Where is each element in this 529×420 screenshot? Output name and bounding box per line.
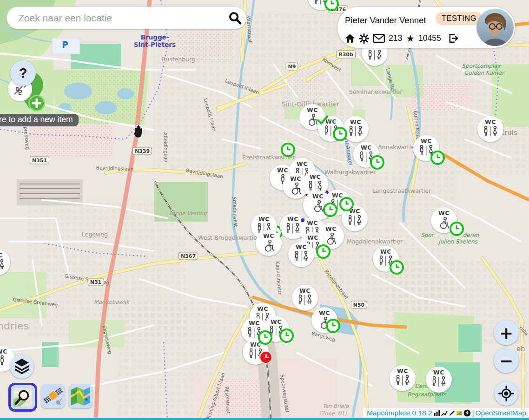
marker-wc-label: WC — [312, 194, 324, 200]
search-input[interactable] — [17, 12, 225, 24]
map-marker-toilet[interactable]: WC — [292, 285, 318, 311]
map-marker-toilet[interactable]: WC — [477, 116, 503, 142]
map-marker-toilet[interactable]: WC — [256, 230, 282, 256]
testing-badge: TESTING — [436, 12, 483, 25]
zoom-out-label: − — [499, 351, 513, 370]
marker-wc-label: WC — [287, 217, 298, 223]
marker-wc-label: WC — [325, 226, 337, 232]
toilet-pair-icon — [359, 151, 374, 162]
mapcomplete-version-link[interactable]: Mapcomplete 0.18.2 — [367, 409, 432, 417]
star-icon: ★ — [406, 33, 415, 43]
map-marker-toilet[interactable]: WC — [390, 365, 416, 391]
bottom-strip — [0, 418, 529, 420]
layers-button[interactable] — [10, 354, 34, 379]
help-button[interactable]: ? — [10, 60, 36, 86]
marker-wc-label: WC — [319, 310, 330, 316]
marker-wc-label: WC — [290, 176, 301, 182]
map-marker-toilet[interactable]: WC — [288, 241, 314, 267]
marker-wc-label: WC — [433, 370, 444, 376]
trend-icon — [441, 409, 448, 417]
map-marker-toilet[interactable]: WC — [426, 367, 452, 393]
marker-wc-label: WC — [310, 174, 321, 180]
basemap-map-button[interactable] — [68, 384, 93, 408]
marker-wc-label: WC — [296, 244, 307, 250]
marker-wc-label: WC — [258, 217, 270, 223]
changeset-count: 10455 — [418, 33, 441, 43]
toilet-pair-icon — [347, 215, 362, 226]
messages-envelope-icon[interactable] — [373, 34, 385, 43]
avatar[interactable] — [476, 9, 514, 46]
marker-wc-label: WC — [350, 119, 361, 125]
user-panel[interactable]: Pieter Vander Vennet TESTING — [337, 7, 515, 48]
toilet-pair-icon — [248, 348, 263, 359]
help-label: ? — [19, 66, 27, 81]
toilet-pair-icon — [308, 181, 323, 191]
toilet-wheelchair-icon — [262, 240, 276, 252]
toilet-pair-icon — [367, 50, 382, 60]
search-bar[interactable] — [7, 7, 246, 29]
layers-icon — [14, 358, 30, 375]
geolocate-button[interactable] — [494, 381, 518, 406]
map-marker-toilet[interactable]: WC — [243, 339, 269, 365]
map-marker-toilet[interactable]: WC — [373, 246, 399, 272]
marker-wc-label: WC — [0, 349, 7, 355]
marker-wc-label: WC — [277, 168, 288, 174]
home-icon[interactable] — [345, 33, 355, 43]
map-marker-toilet[interactable]: WC — [353, 142, 379, 168]
toilet-wheelchair-icon — [437, 217, 451, 230]
zoom-out-button[interactable]: − — [494, 348, 519, 373]
marker-wc-label: WC — [438, 210, 450, 217]
basemap-osm-button[interactable] — [8, 383, 37, 412]
toilet-pair-icon — [378, 256, 393, 266]
mapcomplete-app: Brugge-Sint-PietersRustenburgSint-Gillis… — [0, 0, 529, 420]
toilet-single-icon — [0, 355, 6, 366]
toilet-wheelchair-icon — [324, 233, 338, 245]
statistics-icon — [434, 409, 441, 417]
add-plus-icon[interactable] — [28, 95, 45, 112]
marker-wc-label: WC — [380, 249, 391, 255]
marker-wc-label: WC — [249, 321, 260, 327]
toilet-pair-icon — [298, 295, 312, 305]
edit-pencil-icon — [449, 409, 456, 417]
marker-wc-label: WC — [361, 145, 372, 151]
marker-wc-label: WC — [299, 288, 311, 294]
map-marker-toilet[interactable]: WC — [431, 207, 457, 233]
map-marker-toilet[interactable]: WC — [343, 116, 369, 142]
map-marker-toilet[interactable]: WC — [413, 135, 439, 161]
marker-wc-label: WC — [332, 193, 343, 199]
marker-wc-label: WC — [349, 209, 360, 215]
search-icon[interactable] — [225, 7, 246, 29]
add-item-tooltip: re to add a new item — [0, 114, 79, 126]
basemap-satellite-button[interactable] — [41, 384, 65, 408]
map-marker-toilet[interactable]: WC — [263, 316, 289, 342]
marker-wc-label: WC — [485, 119, 496, 125]
logout-icon[interactable] — [448, 33, 459, 44]
community-icon — [463, 409, 471, 417]
map-marker-toilet[interactable]: WC — [342, 205, 368, 231]
marker-wc-label: WC — [297, 161, 308, 167]
toilet-wheelchair-icon — [306, 114, 319, 126]
toilet-wheelchair-icon — [289, 183, 303, 195]
openstreetmap-link[interactable]: OpenStreetMap — [476, 409, 526, 417]
zoom-in-button[interactable]: + — [494, 320, 519, 345]
settings-gear-icon[interactable] — [359, 33, 369, 44]
marker-wc-label: WC — [307, 235, 318, 241]
satellite-icon — [42, 386, 64, 407]
toilet-wheelchair-icon — [311, 200, 325, 213]
toilet-pair-icon — [395, 375, 410, 386]
marker-wc-label: WC — [307, 220, 318, 226]
osm-magnifier-icon — [13, 387, 33, 407]
messages-count: 213 — [389, 33, 402, 43]
map-marker-toilet[interactable]: WC — [311, 307, 337, 333]
toilet-pair-icon — [285, 223, 300, 234]
marker-wc-label: WC — [257, 306, 268, 312]
folded-map-icon — [70, 387, 91, 406]
marker-wc-label: WC — [250, 342, 261, 348]
zoom-in-label: + — [499, 323, 513, 342]
toilet-wheelchair-icon — [318, 317, 331, 329]
map-marker-toilet[interactable]: WC — [318, 116, 344, 142]
toilet-pair-icon — [419, 145, 434, 156]
toilet-pair-icon — [269, 326, 284, 336]
attribution-separator: | — [472, 409, 474, 417]
crosshair-icon — [498, 386, 514, 401]
